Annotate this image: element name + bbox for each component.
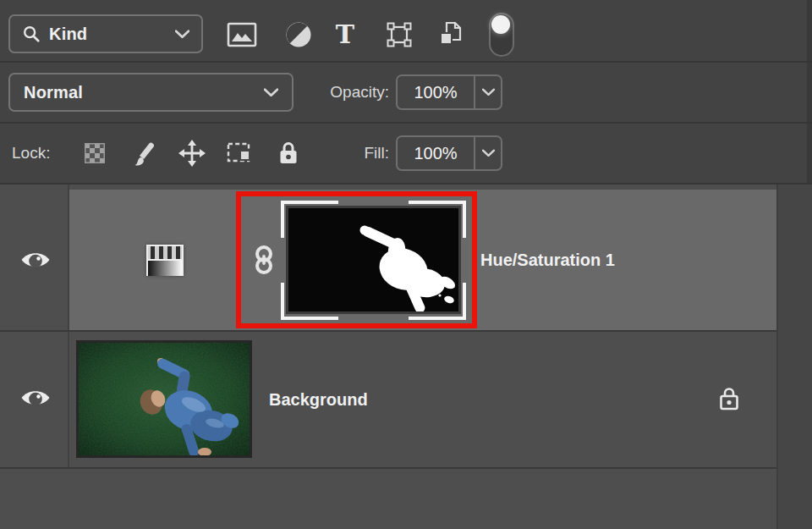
lock-transparent-pixels-button[interactable]	[85, 143, 105, 163]
layer-visibility-toggle[interactable]	[20, 387, 51, 409]
panel-edge	[807, 0, 812, 185]
chevron-down-icon	[175, 30, 189, 39]
chevron-down-icon	[482, 88, 495, 96]
red-highlight-annotation	[236, 191, 477, 328]
filter-toggle-switch[interactable]	[489, 13, 514, 57]
opacity-input[interactable]: 100%	[396, 74, 502, 110]
chevron-down-icon	[264, 88, 278, 97]
layer-name: Background	[269, 332, 368, 467]
layers-scroll-gutter[interactable]	[776, 185, 812, 529]
shape-layer-filter-button[interactable]	[387, 22, 412, 47]
layer-locked-badge	[717, 385, 741, 412]
filter-kind-label: Kind	[49, 25, 87, 44]
chevron-down-icon	[482, 149, 495, 157]
hue-strip	[148, 246, 182, 259]
type-icon: T	[332, 20, 359, 49]
magnifier-icon	[22, 25, 41, 43]
fill-value: 100%	[398, 137, 474, 169]
lock-image-pixels-button[interactable]	[130, 140, 157, 167]
fill-input[interactable]: 100%	[396, 135, 502, 171]
adjustment-layer-thumbnail[interactable]	[146, 245, 184, 276]
artboard-icon	[226, 141, 253, 165]
fill-dropdown-button[interactable]	[475, 137, 501, 169]
eye-icon	[20, 249, 51, 271]
opacity-value: 100%	[398, 76, 474, 108]
blend-mode-value: Normal	[24, 83, 83, 102]
divider	[0, 467, 776, 469]
lock-artboard-nesting-button[interactable]	[226, 141, 253, 165]
divider	[0, 183, 812, 185]
pixel-layer-filter-button[interactable]	[227, 22, 257, 47]
photo-woman-in-grass	[79, 343, 250, 455]
shape-icon	[387, 22, 412, 47]
lock-outline-icon	[717, 385, 741, 412]
lock-label: Lock:	[12, 124, 50, 183]
layer-visibility-toggle[interactable]	[20, 249, 51, 271]
filter-kind-select[interactable]: Kind	[8, 14, 203, 53]
divider	[0, 122, 812, 124]
checkerboard-icon	[85, 143, 105, 163]
lock-position-button[interactable]	[178, 139, 206, 168]
divider	[0, 61, 812, 63]
smart-object-filter-button[interactable]	[437, 20, 463, 47]
fill-label: Fill:	[296, 124, 389, 183]
toggle-knob	[491, 15, 510, 34]
svg-text:T: T	[336, 20, 355, 49]
smart-object-icon	[437, 20, 463, 47]
eye-icon	[20, 387, 51, 409]
brush-icon	[130, 140, 157, 167]
type-layer-filter-button[interactable]: T	[332, 20, 359, 49]
background-layer-thumbnail[interactable]	[76, 340, 252, 458]
adjustment-layer-filter-button[interactable]	[285, 21, 312, 48]
saturation-gradient	[148, 259, 182, 276]
half-circle-adjustment-icon	[285, 21, 312, 48]
blend-mode-select[interactable]: Normal	[8, 73, 294, 112]
opacity-dropdown-button[interactable]	[475, 76, 501, 108]
layers-panel: Kind T	[0, 0, 812, 529]
move-arrows-icon	[178, 139, 206, 168]
image-icon	[227, 22, 257, 47]
opacity-label: Opacity:	[296, 73, 389, 112]
layer-name: Hue/Saturation 1	[480, 190, 615, 330]
